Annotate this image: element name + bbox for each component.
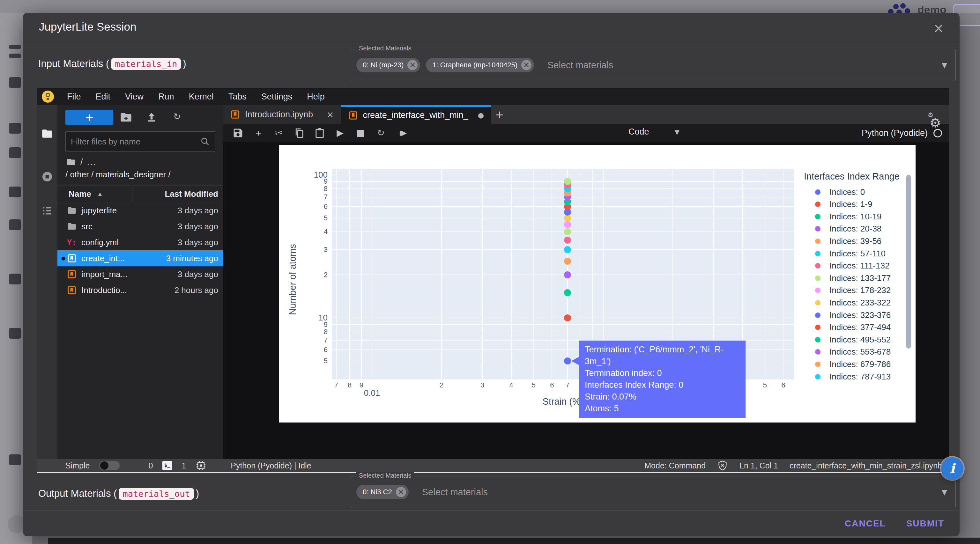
trust-shield-icon[interactable] [717, 460, 728, 471]
cpu-icon[interactable] [196, 460, 207, 471]
legend-entry[interactable]: Indices: 39-56 [809, 235, 881, 247]
menu-item-edit[interactable]: Edit [88, 92, 118, 102]
input-materials-field[interactable]: Selected Materials 0: Ni (mp-23)×1: Grap… [351, 49, 956, 81]
legend-entry[interactable]: Indices: 1-9 [809, 198, 872, 211]
legend-entry[interactable]: Indices: 10-19 [809, 211, 881, 222]
material-chip[interactable]: 0: Ni3 C2× [356, 485, 409, 500]
y-tick-label: 5 [280, 214, 328, 222]
legend-entry[interactable]: Indices: 0 [809, 186, 865, 198]
cancel-button[interactable]: CANCEL [845, 519, 886, 529]
legend-entry[interactable]: Indices: 111-132 [809, 260, 889, 272]
select-materials-input[interactable] [547, 60, 681, 70]
new-folder-icon[interactable] [119, 111, 132, 124]
legend-entry[interactable]: Indices: 233-322 [809, 297, 891, 309]
run-icon[interactable]: ▶ [334, 127, 346, 139]
file-row-introductio-[interactable]: Introductio...2 hours ago [57, 282, 223, 298]
file-row-config-yml[interactable]: Y:config.yml3 days ago [57, 235, 223, 250]
cursor-position[interactable]: Ln 1, Col 1 [740, 461, 778, 470]
upload-icon[interactable] [145, 111, 158, 124]
legend-entry[interactable]: Indices: 57-110 [809, 247, 886, 260]
fast-forward-icon[interactable]: ▶▶ [396, 127, 407, 139]
scatter-point[interactable] [564, 314, 571, 322]
breadcrumb-root[interactable]: / [80, 157, 83, 167]
terminal-icon[interactable]: $_ [162, 461, 172, 470]
new-tab-button[interactable]: + [491, 105, 508, 124]
output-chips-row: 0: Ni3 C2× [351, 476, 955, 508]
cell-type-select[interactable]: Code ▼ [628, 127, 679, 137]
legend-label: Indices: 178-232 [829, 285, 891, 295]
filter-files-input[interactable] [71, 137, 200, 147]
simple-mode-toggle[interactable] [99, 461, 119, 470]
file-row-import-ma-[interactable]: import_ma...3 days ago [57, 266, 223, 282]
refresh-icon[interactable]: ↻ [171, 111, 183, 124]
unsaved-dot-icon[interactable]: ● [478, 111, 484, 119]
add-icon[interactable]: ＋ [253, 127, 264, 139]
menu-item-settings[interactable]: Settings [254, 92, 300, 102]
x-tick-label: 0.01 [364, 388, 380, 398]
legend-entry[interactable]: Indices: 553-678 [809, 346, 891, 358]
dropdown-caret-icon[interactable]: ▼ [942, 61, 947, 69]
legend-scrollbar[interactable] [906, 175, 911, 349]
legend-entry[interactable]: Indices: 133-177 [809, 272, 891, 284]
file-browser-icon[interactable] [41, 128, 53, 140]
restart-icon[interactable]: ↻ [375, 127, 387, 139]
scatter-point-hovered[interactable] [564, 357, 571, 365]
running-sessions-icon[interactable] [41, 171, 53, 183]
scatter-point[interactable] [564, 236, 571, 244]
cut-icon[interactable]: ✂ [273, 127, 285, 139]
breadcrumb-ellipsis[interactable]: … [88, 157, 96, 167]
legend-entry[interactable]: Indices: 20-38 [809, 223, 881, 235]
table-of-contents-icon[interactable] [41, 205, 53, 217]
tab-close-icon[interactable]: × [326, 109, 334, 120]
scatter-point[interactable] [564, 228, 571, 235]
scatter-point[interactable] [564, 246, 571, 253]
dropdown-caret-icon[interactable]: ▼ [942, 488, 947, 496]
save-icon[interactable] [232, 127, 244, 139]
menu-item-tabs[interactable]: Tabs [221, 92, 254, 102]
mode-indicator[interactable]: Mode: Command [644, 461, 706, 470]
menu-item-view[interactable]: View [118, 92, 151, 102]
new-launcher-button[interactable]: + [65, 110, 113, 125]
gear-icon[interactable]: ⚙⚙ [930, 116, 947, 133]
legend-entry[interactable]: Indices: 679-786 [809, 358, 891, 370]
material-chip[interactable]: 0: Ni (mp-23)× [356, 58, 420, 72]
menu-item-help[interactable]: Help [299, 92, 332, 102]
kernel-status-text[interactable]: Python (Pyodide) | Idle [231, 461, 311, 470]
legend-entry[interactable]: Indices: 178-232 [809, 284, 891, 297]
status-filename: create_interface_with_min_strain_zsl.ipy… [789, 461, 942, 470]
stop-icon[interactable]: ■ [355, 127, 366, 139]
copy-icon[interactable] [293, 127, 305, 139]
close-icon[interactable]: × [932, 21, 945, 35]
scatter-point[interactable] [564, 221, 571, 228]
submit-button[interactable]: SUBMIT [906, 519, 944, 529]
scatter-point[interactable] [564, 271, 571, 278]
column-last-modified[interactable]: Last Modified [132, 189, 223, 199]
output-materials-field[interactable]: Selected Materials 0: Ni3 C2× ▼ [351, 476, 956, 508]
scatter-point[interactable] [564, 289, 571, 296]
scatter-point[interactable] [564, 258, 571, 265]
chip-delete-icon[interactable]: × [521, 60, 531, 70]
legend-entry[interactable]: Indices: 787-913 [809, 371, 891, 383]
scatter-point[interactable] [564, 178, 571, 185]
tab-introduction-ipynb[interactable]: Introduction.ipynb× [223, 105, 341, 124]
legend-entry[interactable]: Indices: 323-376 [809, 309, 891, 321]
menu-item-file[interactable]: File [60, 92, 88, 102]
home-folder-icon[interactable] [66, 157, 76, 167]
tab-create-interface-with-min-[interactable]: create_interface_with_min_● [341, 105, 491, 124]
legend-entry[interactable]: Indices: 495-552 [809, 333, 891, 346]
breadcrumb[interactable]: / … [66, 156, 96, 168]
legend-entry[interactable]: Indices: 377-494 [809, 322, 891, 333]
select-materials-input[interactable] [422, 487, 556, 498]
menu-item-kernel[interactable]: Kernel [181, 92, 221, 102]
breadcrumb-path[interactable]: / other / materials_designer / [65, 170, 171, 179]
file-row-src[interactable]: src3 days ago [57, 219, 223, 235]
chip-delete-icon[interactable]: × [407, 60, 418, 70]
file-row-create-int-[interactable]: ●create_int...3 minutes ago [57, 250, 223, 266]
material-chip[interactable]: 1: Graphene (mp-1040425)× [426, 58, 534, 72]
paste-icon[interactable] [314, 127, 325, 139]
chip-delete-icon[interactable]: × [396, 487, 406, 497]
file-row-jupyterlite[interactable]: jupyterlite3 days ago [57, 203, 223, 219]
column-name[interactable]: Name ▲ [57, 186, 132, 202]
info-button[interactable]: i [941, 457, 963, 480]
menu-item-run[interactable]: Run [151, 92, 181, 102]
